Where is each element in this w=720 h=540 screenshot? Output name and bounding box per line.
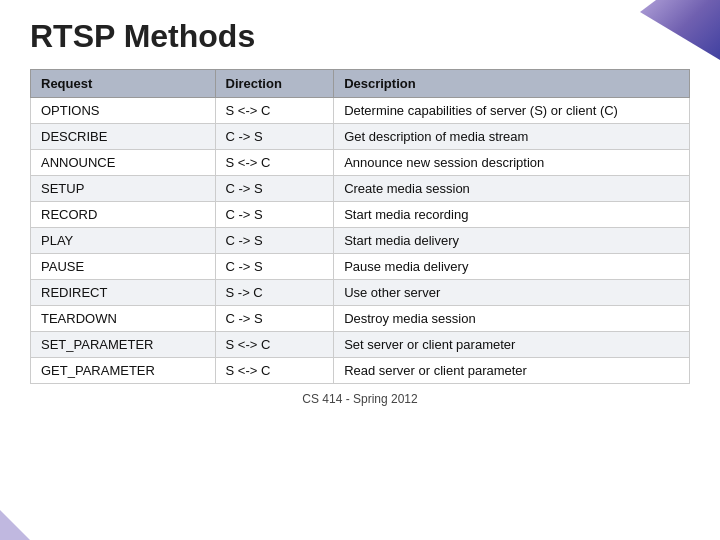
table-cell: Create media session	[334, 176, 690, 202]
table-row: GET_PARAMETERS <-> CRead server or clien…	[31, 358, 690, 384]
table-row: TEARDOWNC -> SDestroy media session	[31, 306, 690, 332]
bg-decoration-bottom-left	[0, 510, 30, 540]
table-cell: OPTIONS	[31, 98, 216, 124]
page-title: RTSP Methods	[30, 18, 690, 55]
table-cell: RECORD	[31, 202, 216, 228]
table-cell: GET_PARAMETER	[31, 358, 216, 384]
table-cell: SETUP	[31, 176, 216, 202]
table-cell: Announce new session description	[334, 150, 690, 176]
table-cell: Use other server	[334, 280, 690, 306]
header-description: Description	[334, 70, 690, 98]
table-cell: C -> S	[215, 228, 334, 254]
table-body: OPTIONSS <-> CDetermine capabilities of …	[31, 98, 690, 384]
header-direction: Direction	[215, 70, 334, 98]
table-row: DESCRIBEC -> SGet description of media s…	[31, 124, 690, 150]
table-row: OPTIONSS <-> CDetermine capabilities of …	[31, 98, 690, 124]
table-cell: Read server or client parameter	[334, 358, 690, 384]
table-cell: C -> S	[215, 202, 334, 228]
table-cell: C -> S	[215, 124, 334, 150]
table-row: REDIRECTS -> CUse other server	[31, 280, 690, 306]
table-cell: ANNOUNCE	[31, 150, 216, 176]
table-cell: C -> S	[215, 176, 334, 202]
table-cell: PLAY	[31, 228, 216, 254]
table-cell: C -> S	[215, 254, 334, 280]
main-container: RTSP Methods Request Direction Descripti…	[0, 0, 720, 416]
table-cell: C -> S	[215, 306, 334, 332]
table-cell: S <-> C	[215, 332, 334, 358]
table-cell: Get description of media stream	[334, 124, 690, 150]
table-cell: S <-> C	[215, 98, 334, 124]
table-cell: S <-> C	[215, 358, 334, 384]
table-cell: REDIRECT	[31, 280, 216, 306]
table-cell: Set server or client parameter	[334, 332, 690, 358]
table-header-row: Request Direction Description	[31, 70, 690, 98]
table-cell: Determine capabilities of server (S) or …	[334, 98, 690, 124]
table-row: PLAYC -> SStart media delivery	[31, 228, 690, 254]
table-cell: PAUSE	[31, 254, 216, 280]
table-row: PAUSEC -> SPause media delivery	[31, 254, 690, 280]
header-request: Request	[31, 70, 216, 98]
table-row: SET_PARAMETERS <-> CSet server or client…	[31, 332, 690, 358]
table-row: RECORDC -> SStart media recording	[31, 202, 690, 228]
table-cell: SET_PARAMETER	[31, 332, 216, 358]
table-row: SETUPC -> SCreate media session	[31, 176, 690, 202]
table-row: ANNOUNCES <-> CAnnounce new session desc…	[31, 150, 690, 176]
table-cell: DESCRIBE	[31, 124, 216, 150]
table-cell: Pause media delivery	[334, 254, 690, 280]
table-cell: S <-> C	[215, 150, 334, 176]
table-cell: Destroy media session	[334, 306, 690, 332]
table-cell: Start media delivery	[334, 228, 690, 254]
rtsp-methods-table: Request Direction Description OPTIONSS <…	[30, 69, 690, 384]
table-cell: Start media recording	[334, 202, 690, 228]
table-cell: TEARDOWN	[31, 306, 216, 332]
table-cell: S -> C	[215, 280, 334, 306]
footer-text: CS 414 - Spring 2012	[30, 392, 690, 406]
